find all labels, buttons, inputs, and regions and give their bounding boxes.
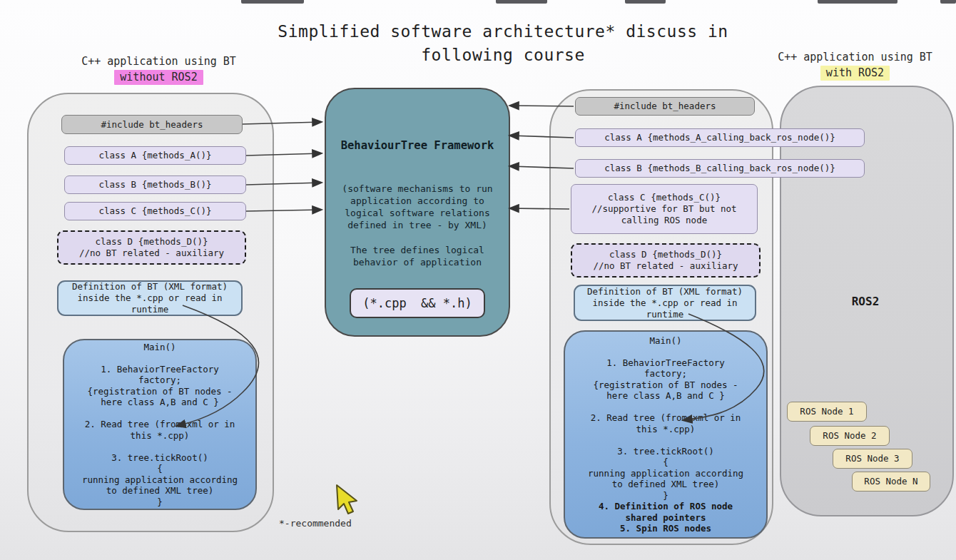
top-edge-mark [818, 0, 897, 4]
right-class-a-box: class A {methods_A_calling_back_ros_node… [575, 128, 865, 147]
left-class-c-box: class C {methods_C()} [64, 202, 246, 220]
right-column-header: C++ application using BT with ROS2 [753, 50, 956, 81]
framework-description: (software mechanisms to run application … [342, 183, 492, 231]
cursor-icon [337, 485, 357, 514]
left-main-code: Main() 1. BehaviorTreeFactory factory; {… [82, 342, 238, 508]
recommended-footnote: *-recommended [279, 518, 352, 529]
right-main-code-ros-steps: 4. Definition of ROS node shared pointer… [599, 501, 733, 534]
ros2-label: ROS2 [780, 295, 951, 308]
framework-description-2: The tree defines logical behavior of app… [350, 244, 484, 268]
ros-node-2: ROS Node 2 [810, 426, 890, 446]
ros-node-n: ROS Node N [852, 472, 930, 492]
right-bt-definition-box: Definition of BT (XML format) inside the… [574, 285, 756, 321]
right-main-box: Main() 1. BehaviorTreeFactory factory; {… [564, 330, 768, 539]
right-main-code: Main() 1. BehaviorTreeFactory factory; {… [588, 335, 743, 502]
right-class-b-box: class B {methods_B_calling_back_ros_node… [575, 159, 865, 178]
cpp-files-box: (*.cpp && *.h) [350, 288, 485, 318]
right-header-line1: C++ application using BT [753, 50, 956, 65]
right-include-box: #include bt_headers [575, 97, 755, 116]
left-include-box: #include bt_headers [61, 115, 243, 134]
left-column-header: C++ application using BT without ROS2 [54, 54, 264, 85]
diagram-title: Simplified software architecture* discus… [235, 20, 771, 67]
top-edge-mark [940, 0, 956, 4]
left-header-line2: without ROS2 [54, 70, 264, 85]
right-class-d-box: class D {methods_D()} //no BT related - … [571, 243, 761, 278]
left-bt-definition-box: Definition of BT (XML format) inside the… [57, 280, 243, 316]
left-class-d-box: class D {methods_D()} //no BT related - … [57, 230, 246, 265]
ros-node-3: ROS Node 3 [833, 449, 912, 469]
behaviortree-framework-box: BehaviourTree Framework (software mechan… [325, 88, 510, 337]
ros-node-1: ROS Node 1 [787, 402, 867, 422]
top-edge-mark [241, 0, 304, 4]
left-main-box: Main() 1. BehaviorTreeFactory factory; {… [63, 339, 257, 510]
with-ros2-highlight: with ROS2 [820, 66, 890, 81]
right-header-line2: with ROS2 [753, 66, 956, 81]
right-class-c-box: class C {methods_C()} //supportive for B… [571, 184, 758, 234]
framework-title: BehaviourTree Framework [341, 139, 494, 152]
top-edge-mark [625, 0, 666, 4]
left-class-a-box: class A {methods_A()} [64, 146, 246, 165]
left-class-b-box: class B {methods_B()} [64, 175, 246, 194]
top-edge-mark [496, 0, 547, 4]
architecture-diagram: Simplified software architecture* discus… [0, 0, 956, 560]
without-ros2-highlight: without ROS2 [114, 70, 203, 85]
left-header-line1: C++ application using BT [54, 54, 264, 69]
